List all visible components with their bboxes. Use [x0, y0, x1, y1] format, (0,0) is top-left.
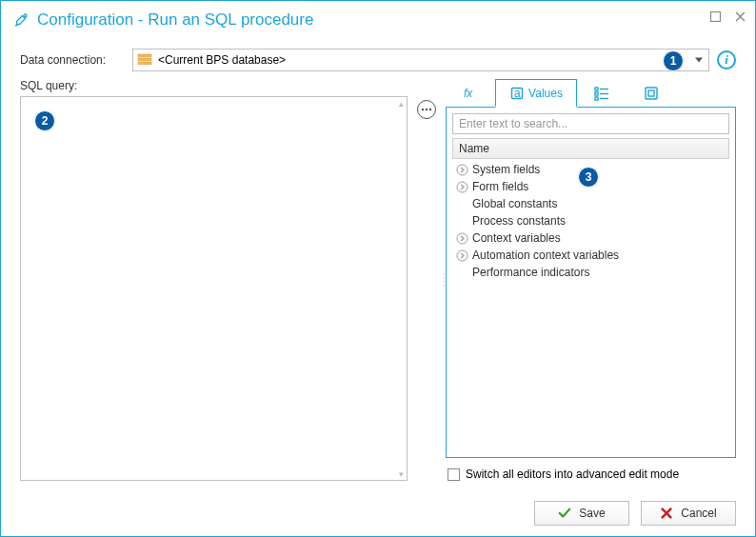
middle-column — [417, 79, 436, 481]
tree-item[interactable]: Process constants — [452, 212, 729, 229]
info-icon[interactable]: i — [717, 50, 736, 70]
tools-icon — [12, 11, 30, 29]
maximize-button[interactable] — [709, 10, 721, 22]
tab-functions[interactable]: fx — [446, 79, 495, 108]
database-icon — [137, 53, 152, 67]
svg-rect-4 — [138, 62, 151, 65]
window-controls — [709, 10, 746, 22]
callout-badge-1: 1 — [663, 50, 684, 71]
main-area: SQL query: ▴ ▾ 2 ···· fx — [20, 79, 736, 481]
right-column: ···· fx a Values — [446, 79, 736, 481]
tree-item[interactable]: Context variables — [452, 229, 729, 247]
tree-item-label: Automation context variables — [472, 249, 619, 262]
expand-icon — [456, 181, 468, 193]
svg-text:fx: fx — [464, 87, 473, 100]
data-connection-value: <Current BPS database> — [158, 53, 286, 67]
save-button[interactable]: Save — [534, 501, 629, 526]
svg-rect-2 — [138, 54, 151, 57]
values-panel: Enter text to search... Name System fiel… — [446, 107, 736, 458]
tree-item-label: Global constants — [472, 197, 557, 210]
expand-icon — [456, 249, 468, 262]
tree-item[interactable]: Global constants — [452, 195, 729, 212]
cancel-icon — [660, 507, 673, 520]
name-column-label: Name — [459, 142, 489, 155]
connection-row: Data connection: <Current BPS database> … — [20, 49, 736, 71]
scrollbar-hint-bottom: ▾ — [396, 469, 406, 478]
advanced-mode-row: Switch all editors into advanced edit mo… — [446, 467, 736, 481]
search-placeholder: Enter text to search... — [459, 117, 567, 130]
scrollbar-hint-top: ▴ — [396, 99, 406, 108]
tree-item[interactable]: System fields — [452, 161, 729, 178]
tree-item[interactable]: Performance indicators — [452, 264, 729, 281]
search-input[interactable]: Enter text to search... — [452, 113, 729, 134]
svg-rect-17 — [646, 88, 657, 99]
svg-point-0 — [24, 14, 27, 17]
svg-point-21 — [457, 233, 468, 244]
save-button-label: Save — [579, 507, 605, 520]
advanced-mode-label: Switch all editors into advanced edit mo… — [466, 467, 679, 481]
sql-query-label: SQL query: — [20, 79, 408, 92]
advanced-mode-checkbox[interactable] — [448, 468, 460, 481]
titlebar: Configuration - Run an SQL procedure — [1, 1, 755, 39]
cancel-button-label: Cancel — [681, 507, 716, 520]
svg-rect-11 — [595, 88, 598, 90]
name-column-header[interactable]: Name — [452, 138, 729, 159]
tab-list[interactable] — [577, 79, 627, 108]
tree-item-label: System fields — [472, 163, 540, 176]
svg-point-7 — [429, 109, 431, 110]
check-icon — [558, 507, 571, 520]
window-title: Configuration - Run an SQL procedure — [37, 10, 313, 30]
tree-item-label: Process constants — [472, 214, 566, 228]
callout-badge-2: 2 — [34, 110, 55, 131]
values-tree: System fieldsForm fieldsGlobal constants… — [452, 159, 729, 451]
left-column: SQL query: ▴ ▾ 2 — [20, 79, 408, 481]
tab-values[interactable]: a Values — [495, 79, 577, 108]
expand-icon — [456, 232, 468, 245]
svg-point-6 — [426, 109, 428, 110]
more-options-icon[interactable] — [417, 100, 436, 119]
chevron-down-icon — [695, 58, 703, 63]
close-button[interactable] — [734, 10, 746, 22]
button-bar: Save Cancel — [1, 490, 755, 536]
svg-point-20 — [457, 182, 468, 192]
svg-point-5 — [422, 109, 424, 110]
tree-item-label: Form fields — [472, 180, 528, 193]
sql-query-editor[interactable]: ▴ ▾ 2 — [20, 96, 408, 481]
svg-point-19 — [457, 165, 468, 175]
data-connection-label: Data connection: — [20, 53, 125, 67]
svg-rect-1 — [710, 11, 720, 21]
tree-item-label: Performance indicators — [472, 266, 589, 279]
tab-values-label: Values — [528, 87, 563, 100]
svg-point-22 — [457, 250, 468, 261]
svg-rect-18 — [648, 90, 654, 96]
tab-objects[interactable] — [627, 79, 676, 108]
cancel-button[interactable]: Cancel — [641, 501, 736, 526]
svg-rect-13 — [595, 92, 598, 95]
svg-rect-15 — [595, 97, 598, 100]
data-connection-combo[interactable]: <Current BPS database> 1 — [132, 49, 709, 71]
config-window: Configuration - Run an SQL procedure Dat… — [0, 0, 756, 537]
tree-item[interactable]: Form fields — [452, 178, 729, 195]
expand-icon — [456, 164, 468, 176]
tree-item-label: Context variables — [472, 231, 561, 245]
tree-item[interactable]: Automation context variables — [452, 247, 729, 264]
svg-text:a: a — [514, 87, 521, 100]
tab-bar: fx a Values — [446, 79, 736, 108]
svg-rect-3 — [138, 58, 151, 61]
content-area: Data connection: <Current BPS database> … — [1, 39, 755, 490]
